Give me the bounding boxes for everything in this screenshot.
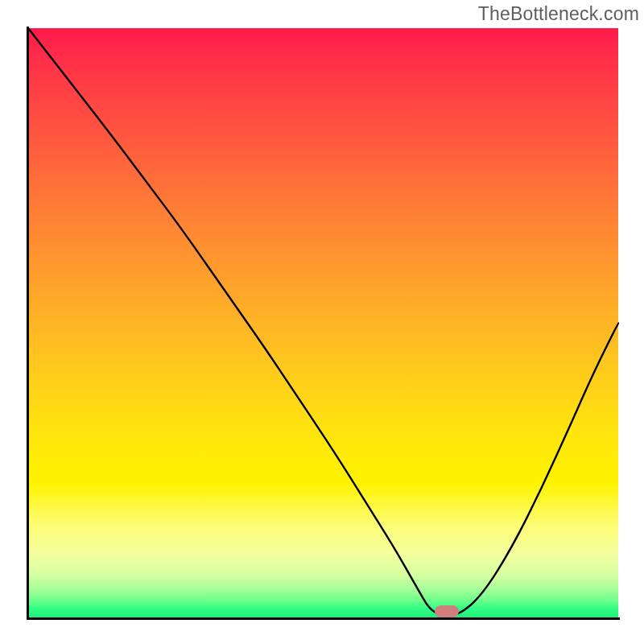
bottleneck-chart: TheBottleneck.com <box>0 0 644 644</box>
attribution-watermark: TheBottleneck.com <box>478 3 639 25</box>
y-axis <box>27 27 29 620</box>
bottleneck-curve <box>28 28 618 615</box>
x-axis <box>27 617 620 620</box>
chart-curve-layer <box>28 28 618 618</box>
minimum-marker <box>435 605 459 617</box>
